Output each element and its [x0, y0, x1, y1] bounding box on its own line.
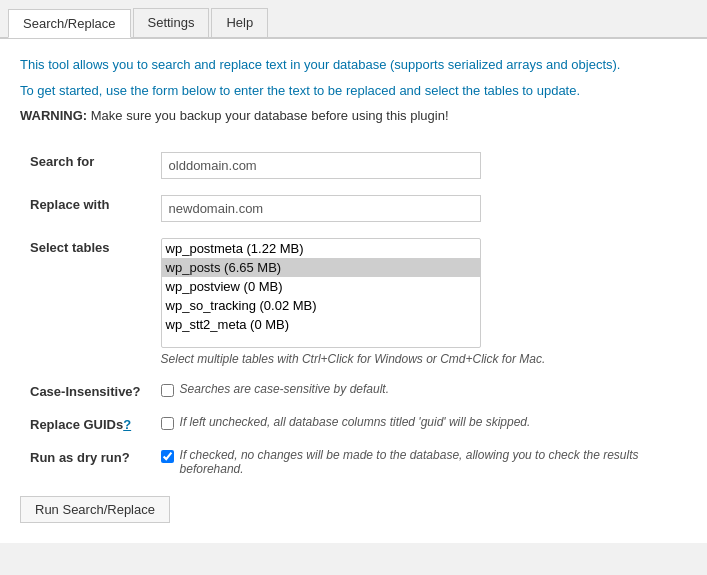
table-option-wp_stt2_meta[interactable]: wp_stt2_meta (0 MB)	[162, 315, 480, 334]
info-line2: To get started, use the form below to en…	[20, 81, 687, 101]
replace-with-row: Replace with	[20, 187, 687, 230]
dry-run-desc: If checked, no changes will be made to t…	[180, 448, 677, 476]
replace-guids-checkbox-row: If left unchecked, all database columns …	[161, 415, 677, 430]
replace-with-label: Replace with	[20, 187, 151, 230]
page-wrapper: Search/Replace Settings Help This tool a…	[0, 0, 707, 575]
select-hint: Select multiple tables with Ctrl+Click f…	[161, 352, 677, 366]
tab-search-replace[interactable]: Search/Replace	[8, 9, 131, 38]
table-option-wp_postview[interactable]: wp_postview (0 MB)	[162, 277, 480, 296]
table-option-wp_so_tracking[interactable]: wp_so_tracking (0.02 MB)	[162, 296, 480, 315]
replace-guids-label: Replace GUIDs?	[20, 407, 151, 440]
dry-run-row: Run as dry run? If checked, no changes w…	[20, 440, 687, 484]
dry-run-label: Run as dry run?	[20, 440, 151, 484]
tab-bar: Search/Replace Settings Help	[0, 0, 707, 38]
table-option-wp_posts[interactable]: wp_posts (6.65 MB)	[162, 258, 480, 277]
select-container: wp_postmeta (1.22 MB) wp_posts (6.65 MB)…	[161, 238, 677, 366]
search-for-row: Search for	[20, 144, 687, 187]
table-option-wp_postmeta[interactable]: wp_postmeta (1.22 MB)	[162, 239, 480, 258]
replace-with-input[interactable]	[161, 195, 481, 222]
case-insensitive-checkbox[interactable]	[161, 384, 174, 397]
replace-guids-checkbox[interactable]	[161, 417, 174, 430]
select-tables-label: Select tables	[20, 230, 151, 374]
dry-run-checkbox-row: If checked, no changes will be made to t…	[161, 448, 677, 476]
case-insensitive-row: Case-Insensitive? Searches are case-sens…	[20, 374, 687, 407]
form-table: Search for Replace with Select tables	[20, 144, 687, 484]
search-for-input[interactable]	[161, 152, 481, 179]
tables-select[interactable]: wp_postmeta (1.22 MB) wp_posts (6.65 MB)…	[161, 238, 481, 348]
select-tables-row: Select tables wp_postmeta (1.22 MB) wp_p…	[20, 230, 687, 374]
run-search-replace-button[interactable]: Run Search/Replace	[20, 496, 170, 523]
tab-help[interactable]: Help	[211, 8, 268, 37]
guids-help-link[interactable]: ?	[123, 417, 131, 432]
replace-guids-desc: If left unchecked, all database columns …	[180, 415, 531, 429]
case-insensitive-desc: Searches are case-sensitive by default.	[180, 382, 389, 396]
tab-settings[interactable]: Settings	[133, 8, 210, 37]
main-content: This tool allows you to search and repla…	[0, 38, 707, 543]
case-insensitive-checkbox-row: Searches are case-sensitive by default.	[161, 382, 677, 397]
search-for-label: Search for	[20, 144, 151, 187]
case-insensitive-label: Case-Insensitive?	[20, 374, 151, 407]
replace-guids-row: Replace GUIDs? If left unchecked, all da…	[20, 407, 687, 440]
info-line1: This tool allows you to search and repla…	[20, 55, 687, 75]
warning-text: WARNING: Make sure you backup your datab…	[20, 106, 687, 126]
dry-run-checkbox[interactable]	[161, 450, 174, 463]
